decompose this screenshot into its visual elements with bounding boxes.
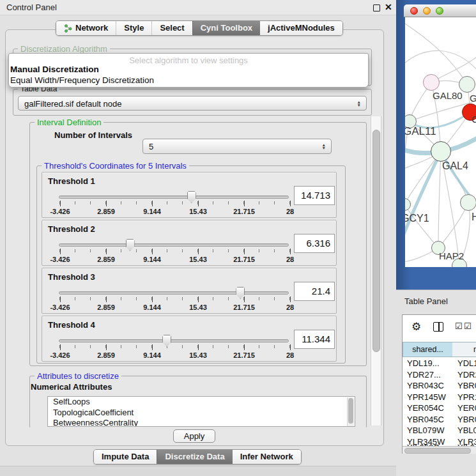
algorithm-dropdown-popup: Select algorithm to view settings Manual… <box>8 53 369 88</box>
tick-label: 28 <box>274 208 306 215</box>
dropdown-item-manual-discretization[interactable]: Manual Discretization <box>10 65 99 74</box>
list-item[interactable]: TopologicalCoefficient <box>48 408 355 418</box>
tab-label: Select <box>160 21 184 35</box>
close-traffic-icon[interactable] <box>410 7 418 15</box>
table-row[interactable]: YPR145WYPR1 <box>403 392 476 404</box>
slider-ticks <box>59 249 291 254</box>
tick-label: 2.859 <box>90 256 122 263</box>
tab-impute-data[interactable]: Impute Data <box>94 450 157 464</box>
control-panel: Control Panel ✕ Network Style Select Cyn… <box>0 0 396 476</box>
group-title: Interval Definition <box>35 118 104 127</box>
tick-label: 28 <box>274 256 306 263</box>
zoom-traffic-icon[interactable] <box>436 7 443 15</box>
settings-scrollbar[interactable] <box>371 116 381 426</box>
tab-network[interactable]: Network <box>56 21 116 35</box>
statusbar-strip <box>0 466 396 476</box>
table-panel: Table Panel ⚙ ☑ ☑ shared... n YDL19...YD… <box>396 289 476 476</box>
network-node-gal4[interactable] <box>431 141 451 162</box>
dropdown-item-equal-width-frequency[interactable]: Equal Width/Frequency Discretization <box>10 75 154 85</box>
table-data-group: Table Data galFiltered.sif default node … <box>13 89 372 116</box>
tick-label: 28 <box>274 351 306 359</box>
tick-label: 28 <box>274 303 306 311</box>
list-item[interactable]: SelfLoops <box>48 397 355 408</box>
tick-label: 2.859 <box>90 303 122 311</box>
network-canvas[interactable]: GAL80 G. C GAL11 GAL4 GCY1 H HAP2 <box>405 17 476 267</box>
threshold-4-value-field[interactable]: 11.344 <box>294 330 335 349</box>
table-row[interactable]: YBR043CYBR0 <box>403 381 476 392</box>
close-icon[interactable]: ✕ <box>385 2 392 12</box>
threshold-2-slider[interactable] <box>59 243 289 247</box>
network-window-titlebar[interactable] <box>404 4 476 17</box>
tick-label: 15.43 <box>182 208 214 215</box>
threshold-label: Threshold 3 <box>48 272 95 282</box>
gear-icon[interactable]: ⚙ <box>411 320 421 334</box>
threshold-3-slider[interactable] <box>59 291 289 295</box>
tab-select[interactable]: Select <box>151 21 192 35</box>
tick-label: 9.144 <box>136 208 168 215</box>
node-label-gal11: GAL11 <box>405 125 436 138</box>
tick-label: 15.43 <box>182 256 214 263</box>
threshold-label: Threshold 4 <box>48 320 95 330</box>
table-container: ⚙ ☑ ☑ shared... n YDL19...YDL1 YDR27...Y… <box>402 314 476 454</box>
column-header-name[interactable]: n <box>452 342 476 357</box>
network-node-gal80[interactable] <box>423 74 440 91</box>
threshold-3-value-field[interactable]: 21.4 <box>294 282 335 301</box>
table-row[interactable]: YDR27...YDR2 <box>403 370 476 381</box>
tab-jactivemnodules[interactable]: jActiveMNodules <box>260 21 342 35</box>
table-row[interactable]: YBR045CYBR0 <box>403 415 476 426</box>
list-item[interactable]: BetweennessCentrality <box>48 418 355 427</box>
number-of-intervals-combobox[interactable]: 5 ▲▼ <box>142 139 332 154</box>
table-row[interactable]: YER054CYER0 <box>403 403 476 415</box>
slider-ticks <box>59 345 291 350</box>
tick-label: 21.715 <box>228 351 260 359</box>
tick-label: 21.715 <box>228 208 260 215</box>
table-row[interactable]: YBL079WYBL0 <box>403 426 476 437</box>
threshold-1-slider[interactable] <box>59 196 289 199</box>
stepper-icon: ▲▼ <box>357 100 361 107</box>
node-label-gal4: GAL4 <box>442 160 468 172</box>
split-columns-icon[interactable] <box>433 322 443 332</box>
apply-button[interactable]: Apply <box>173 429 215 443</box>
tick-label: 15.43 <box>182 303 214 311</box>
table-data-combobox[interactable]: galFiltered.sif default node ▲▼ <box>18 96 367 111</box>
stepper-icon: ▲▼ <box>322 143 326 150</box>
checkbox-icon[interactable]: ☑ <box>464 321 472 331</box>
scrollbar-thumb[interactable] <box>372 130 380 352</box>
control-panel-titlebar: Control Panel ✕ <box>0 0 396 15</box>
network-node[interactable] <box>460 194 476 211</box>
numerical-attributes-label: Numerical Attributes <box>31 382 112 392</box>
tab-infer-network[interactable]: Infer Network <box>233 450 301 464</box>
column-header-shared-name[interactable]: shared... <box>403 342 452 357</box>
tick-label: -3.426 <box>44 351 76 359</box>
combobox-value: galFiltered.sif default node <box>24 96 121 111</box>
group-title: Attributes to discretize <box>35 371 121 381</box>
list-scrollbar[interactable] <box>347 397 354 427</box>
tab-cyni-toolbox[interactable]: Cyni Toolbox <box>192 21 260 35</box>
threshold-4-slider[interactable] <box>59 339 289 342</box>
tab-discretize-data[interactable]: Discretize Data <box>157 450 232 464</box>
threshold-3-panel: Threshold 3 -3.426 2.859 9.144 15.43 21.… <box>42 268 337 314</box>
thresholds-group: Threshold's Coordinates for 5 Intervals … <box>36 165 346 364</box>
tab-label: Style <box>124 21 144 35</box>
node-label-partial: H <box>472 211 476 223</box>
panel-title: Control Panel <box>6 3 57 12</box>
float-window-icon[interactable] <box>373 4 380 12</box>
slider-ticks <box>59 201 291 206</box>
table-row[interactable]: YDL19...YDL1 <box>403 358 476 370</box>
numerical-attributes-list[interactable]: SelfLoops TopologicalCoefficient Between… <box>47 396 355 427</box>
tick-label: 15.43 <box>182 351 214 359</box>
network-icon <box>64 24 72 33</box>
threshold-2-value-field[interactable]: 6.316 <box>294 234 335 253</box>
checkbox-icon[interactable]: ☑ <box>455 321 463 331</box>
tick-label: 9.144 <box>136 256 168 263</box>
tab-style[interactable]: Style <box>116 21 151 35</box>
minimize-traffic-icon[interactable] <box>423 7 431 15</box>
slider-ticks <box>59 297 291 302</box>
scrollbar-thumb[interactable] <box>404 448 471 454</box>
node-label-hap2: HAP2 <box>439 250 464 261</box>
node-label-gcy1: GCY1 <box>405 213 429 224</box>
threshold-1-value-field[interactable]: 14.713 <box>294 186 335 205</box>
tick-label: 2.859 <box>90 351 122 359</box>
table-horizontal-scrollbar[interactable] <box>403 446 476 454</box>
number-of-intervals-label: Number of Intervals <box>54 130 132 140</box>
